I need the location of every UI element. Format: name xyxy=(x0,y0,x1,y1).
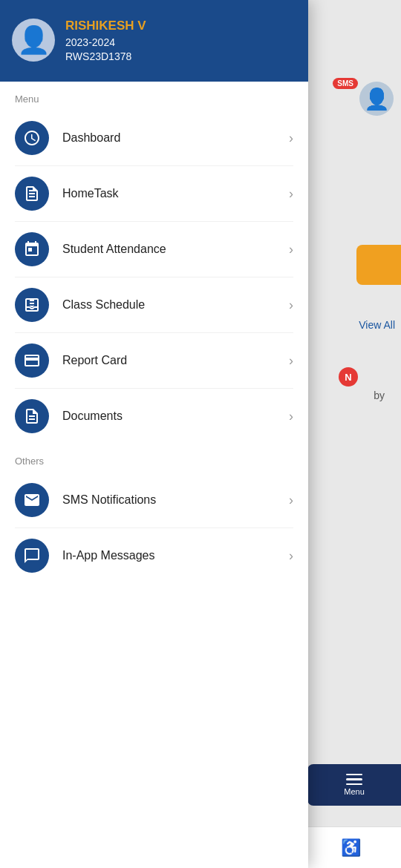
document-icon xyxy=(23,185,41,203)
in-app-messages-icon-wrap xyxy=(15,539,49,573)
menu-item-dashboard[interactable]: Dashboard › xyxy=(0,111,308,165)
documents-label: Documents xyxy=(62,410,276,423)
dashboard-icon-wrap xyxy=(15,121,49,155)
drawer-overlay: 👤 SMS View All N by Menu 👤 RISHIKESH V 2… xyxy=(0,0,401,868)
user-year: 2023-2024 xyxy=(65,36,296,48)
menu-section: Menu Dashboard › HomeTask xyxy=(0,82,308,868)
others-section-label: Others xyxy=(0,444,308,473)
hometask-chevron: › xyxy=(289,186,293,202)
menu-item-sms-notifications[interactable]: SMS Notifications › xyxy=(0,473,308,527)
documents-icon-wrap xyxy=(15,399,49,433)
schedule-label: Class Schedule xyxy=(62,298,276,312)
menu-item-in-app-messages[interactable]: In-App Messages › xyxy=(0,528,308,583)
right-avatar: 👤 xyxy=(359,82,394,116)
chat-icon xyxy=(23,547,41,565)
navigation-drawer: 👤 RISHIKESH V 2023-2024 RWS23D1378 Menu … xyxy=(0,0,308,868)
calendar-grid-icon xyxy=(23,240,41,258)
attendance-chevron: › xyxy=(289,242,293,257)
n-badge: N xyxy=(339,367,358,387)
yellow-card-partial xyxy=(356,245,401,285)
in-app-messages-label: In-App Messages xyxy=(62,549,276,562)
attendance-icon-wrap xyxy=(15,232,49,266)
report-card-icon-wrap xyxy=(15,343,49,378)
report-card-chevron: › xyxy=(289,353,293,369)
menu-item-hometask[interactable]: HomeTask › xyxy=(0,166,308,221)
schedule-chevron: › xyxy=(289,297,293,313)
by-text: by xyxy=(374,389,385,401)
sms-notifications-chevron: › xyxy=(289,493,293,508)
menu-label: Menu xyxy=(344,787,365,796)
in-app-messages-chevron: › xyxy=(289,548,293,564)
drawer-header: 👤 RISHIKESH V 2023-2024 RWS23D1378 xyxy=(0,0,308,82)
sms-notifications-icon-wrap xyxy=(15,483,49,517)
menu-item-report-card[interactable]: Report Card › xyxy=(0,333,308,388)
menu-item-documents[interactable]: Documents › xyxy=(0,389,308,444)
user-avatar: 👤 xyxy=(12,19,55,62)
nav-accessibility-button[interactable]: ♿ xyxy=(333,833,370,863)
avatar-icon: 👤 xyxy=(17,24,50,56)
menu-item-attendance[interactable]: Student Attendance › xyxy=(0,222,308,277)
document-text-icon xyxy=(23,407,41,425)
schedule-icon-wrap xyxy=(15,288,49,322)
hometask-icon-wrap xyxy=(15,177,49,211)
dashboard-chevron: › xyxy=(289,131,293,146)
dashboard-label: Dashboard xyxy=(62,131,276,145)
user-name: RISHIKESH V xyxy=(65,19,296,33)
sms-notifications-label: SMS Notifications xyxy=(62,493,276,507)
menu-item-schedule[interactable]: Class Schedule › xyxy=(0,277,308,332)
user-info: RISHIKESH V 2023-2024 RWS23D1378 xyxy=(65,19,296,62)
report-card-label: Report Card xyxy=(62,354,276,367)
documents-chevron: › xyxy=(289,409,293,424)
user-id: RWS23D1378 xyxy=(65,50,296,62)
hamburger-icon xyxy=(346,774,362,786)
accessibility-icon: ♿ xyxy=(341,838,361,858)
envelope-icon xyxy=(23,491,41,509)
view-all-link[interactable]: View All xyxy=(359,319,395,331)
sms-notification-badge: SMS xyxy=(333,78,358,89)
card-icon xyxy=(23,352,41,369)
attendance-label: Student Attendance xyxy=(62,243,276,256)
menu-section-label: Menu xyxy=(0,82,308,111)
hometask-label: HomeTask xyxy=(62,187,276,200)
profile-avatar-icon: 👤 xyxy=(364,87,390,111)
bottom-nav-partial[interactable]: Menu xyxy=(307,764,401,806)
inbox-icon xyxy=(23,296,41,314)
clock-icon xyxy=(23,129,41,147)
